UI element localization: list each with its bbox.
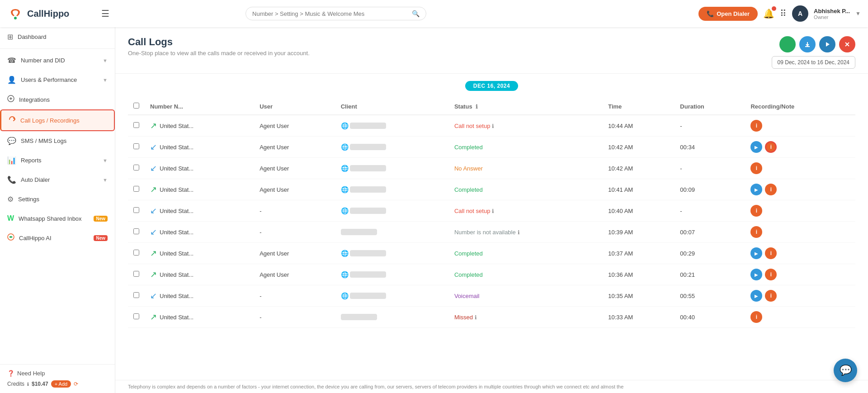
sidebar-item-auto-dialer[interactable]: 📞 Auto Dialer ▼ xyxy=(0,170,115,189)
row-checkbox-cell xyxy=(128,179,145,200)
sidebar-item-integrations[interactable]: Integrations xyxy=(0,90,115,109)
page-title-section: Call Logs One-Stop place to view all the… xyxy=(128,36,310,57)
date-range-badge[interactable]: 09 Dec, 2024 to 16 Dec, 2024 xyxy=(772,56,855,69)
number-value: United Stat... xyxy=(160,271,193,278)
page-header-top: Call Logs One-Stop place to view all the… xyxy=(128,36,855,69)
info-button[interactable]: i xyxy=(765,290,777,302)
row-select-checkbox[interactable] xyxy=(133,271,139,277)
number-cell: ↙ United Stat... xyxy=(145,200,254,222)
sidebar-item-reports[interactable]: 📊 Reports ▼ xyxy=(0,151,115,170)
info-button[interactable]: i xyxy=(750,205,762,217)
dashboard-icon: ⊞ xyxy=(7,33,13,41)
client-blurred xyxy=(341,314,377,320)
refresh-icon[interactable]: ⟳ xyxy=(74,381,78,387)
sidebar-item-settings[interactable]: ⚙ Settings xyxy=(0,189,115,209)
status-info-icon[interactable]: ℹ xyxy=(475,314,477,321)
sidebar-label: Auto Dialer xyxy=(21,176,98,183)
grid-icon[interactable]: ⠿ xyxy=(780,8,787,19)
play-recording-button[interactable]: ▶ xyxy=(750,269,762,280)
chevron-down-icon: ▼ xyxy=(103,158,108,163)
status-info-icon[interactable]: ℹ xyxy=(492,208,494,214)
svg-point-1 xyxy=(14,17,17,19)
table-row: ↙ United Stat... - 🌐 Voicemail 10:35 AM … xyxy=(128,285,855,307)
recording-note-cell: i xyxy=(745,115,855,137)
number-cell: ↗ United Stat... xyxy=(145,264,254,285)
row-select-checkbox[interactable] xyxy=(133,143,139,149)
notification-bell[interactable]: 🔔 xyxy=(763,8,774,19)
search-input[interactable] xyxy=(252,10,408,17)
user-name: Abhishek P... xyxy=(814,8,850,14)
sidebar-item-call-logs-recordings[interactable]: Call Logs / Recordings xyxy=(0,109,115,131)
new-badge: New xyxy=(94,216,108,222)
globe-icon: 🌐 xyxy=(341,165,349,172)
play-all-button[interactable] xyxy=(819,36,835,52)
sidebar-item-number-and-did[interactable]: ☎ Number and DID ▼ xyxy=(0,51,115,70)
info-button[interactable]: i xyxy=(750,226,762,238)
status-info-icon[interactable]: ℹ xyxy=(492,123,494,129)
client-cell: 🌐 xyxy=(335,158,449,179)
client-blurred xyxy=(350,250,386,256)
select-all-checkbox[interactable] xyxy=(133,103,139,109)
divider xyxy=(0,48,115,49)
users-icon: 👤 xyxy=(7,76,16,84)
sidebar-item-whatsapp[interactable]: W Whatsapp Shared Inbox New xyxy=(0,209,115,228)
menu-icon[interactable]: ☰ xyxy=(101,8,109,19)
play-recording-button[interactable]: ▶ xyxy=(750,247,762,259)
play-recording-button[interactable]: ▶ xyxy=(750,141,762,153)
info-button[interactable]: i xyxy=(750,162,762,174)
delete-icon xyxy=(844,41,851,48)
sidebar-item-dashboard[interactable]: ⊞ Dashboard xyxy=(0,27,115,47)
sidebar-item-sms-mms-logs[interactable]: 💬 SMS / MMS Logs xyxy=(0,131,115,151)
filter-icon xyxy=(784,41,791,48)
logo: CallHippo xyxy=(7,5,98,22)
open-dialer-button[interactable]: 📞 Open Dialer xyxy=(698,7,758,21)
number-value: United Stat... xyxy=(160,186,193,193)
reports-icon: 📊 xyxy=(7,156,16,165)
row-select-checkbox[interactable] xyxy=(133,292,139,298)
user-cell: - xyxy=(254,200,335,222)
search-bar[interactable]: 🔍 xyxy=(245,7,426,20)
col-recording: Recording/Note xyxy=(745,98,855,115)
client-blurred xyxy=(350,293,386,299)
row-select-checkbox[interactable] xyxy=(133,186,139,192)
client-blurred xyxy=(350,144,386,150)
user-dropdown-arrow[interactable]: ▼ xyxy=(855,10,861,17)
duration-cell: 00:09 xyxy=(675,179,745,200)
row-select-checkbox[interactable] xyxy=(133,250,139,256)
play-recording-button[interactable]: ▶ xyxy=(750,184,762,195)
download-button[interactable] xyxy=(799,36,816,52)
number-cell: ↙ United Stat... xyxy=(145,137,254,158)
sidebar-item-users-performance[interactable]: 👤 Users & Performance ▼ xyxy=(0,70,115,90)
row-select-checkbox[interactable] xyxy=(133,207,139,213)
status-info-icon[interactable]: ℹ xyxy=(476,104,478,110)
time-cell: 10:44 AM xyxy=(603,115,675,137)
info-button[interactable]: i xyxy=(765,269,777,280)
info-button[interactable]: i xyxy=(750,120,762,132)
need-help[interactable]: ❓ Need Help xyxy=(7,370,108,377)
row-checkbox-cell xyxy=(128,137,145,158)
number-did-icon: ☎ xyxy=(7,56,16,65)
number-value: United Stat... xyxy=(160,144,193,151)
status-info-icon[interactable]: ℹ xyxy=(518,229,520,236)
add-credits-button[interactable]: + Add xyxy=(51,380,71,388)
row-select-checkbox[interactable] xyxy=(133,228,139,234)
delete-button[interactable] xyxy=(839,36,855,52)
row-select-checkbox[interactable] xyxy=(133,122,139,128)
chevron-down-icon: ▼ xyxy=(103,177,108,183)
number-cell: ↗ United Stat... xyxy=(145,179,254,200)
play-recording-button[interactable]: ▶ xyxy=(750,290,762,302)
filter-button[interactable] xyxy=(779,36,796,52)
info-button[interactable]: i xyxy=(750,311,762,323)
globe-icon: 🌐 xyxy=(341,250,349,257)
client-cell: 🌐 xyxy=(335,200,449,222)
info-button[interactable]: i xyxy=(765,141,777,153)
row-select-checkbox[interactable] xyxy=(133,165,139,170)
row-select-checkbox[interactable] xyxy=(133,313,139,319)
number-value: United Stat... xyxy=(160,314,193,321)
duration-cell: 00:34 xyxy=(675,137,745,158)
chat-bubble-button[interactable]: 💬 xyxy=(834,359,857,382)
user-cell: Agent User xyxy=(254,179,335,200)
sidebar-item-callhippo-ai[interactable]: CallHippo AI New xyxy=(0,228,115,248)
info-button[interactable]: i xyxy=(765,184,777,195)
info-button[interactable]: i xyxy=(765,247,777,259)
